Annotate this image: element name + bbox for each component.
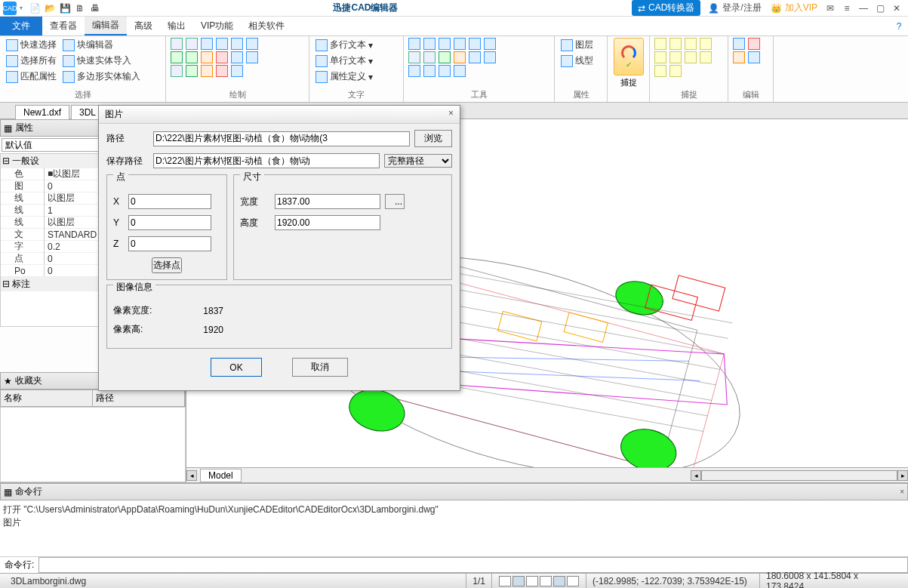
paste-icon[interactable] — [748, 51, 760, 63]
t15-icon[interactable] — [439, 65, 451, 77]
match-prop-button[interactable]: 匹配属性 — [5, 69, 58, 84]
t4-icon[interactable] — [454, 38, 466, 50]
osnap-toggle-icon[interactable] — [553, 576, 565, 586]
save-icon[interactable]: 💾 — [57, 2, 72, 14]
t9-icon[interactable] — [439, 51, 451, 63]
ellipse-icon[interactable] — [186, 51, 198, 63]
lwt-toggle-icon[interactable] — [567, 576, 579, 586]
path-input[interactable] — [153, 131, 410, 146]
favorites-list[interactable] — [0, 407, 186, 482]
xline-icon[interactable] — [171, 65, 183, 77]
cancel-button[interactable]: 取消 — [292, 358, 348, 377]
solid-import-button[interactable]: 快速实体导入 — [61, 54, 133, 68]
scroll-left-icon[interactable]: ◂ — [186, 470, 197, 481]
dialog-titlebar[interactable]: 图片× — [99, 106, 460, 124]
hscroll-left-icon[interactable]: ◂ — [691, 470, 701, 481]
table-icon[interactable] — [231, 65, 243, 77]
model-tab[interactable]: Model — [200, 469, 242, 482]
arc-icon[interactable] — [216, 38, 228, 50]
grid-toggle-icon[interactable] — [512, 576, 525, 586]
spline-icon[interactable] — [216, 51, 228, 63]
s3-icon[interactable] — [685, 38, 697, 50]
width-input[interactable] — [275, 194, 380, 209]
maximize-button[interactable]: ▢ — [872, 3, 888, 14]
feedback-icon[interactable]: ✉ — [822, 3, 839, 14]
print-icon[interactable]: 🖶 — [88, 2, 103, 14]
height-input[interactable] — [275, 215, 380, 230]
t8-icon[interactable] — [423, 51, 436, 63]
s1-icon[interactable] — [654, 38, 666, 50]
qat-dropdown-icon[interactable]: ▾ — [20, 5, 27, 11]
t3-icon[interactable] — [439, 38, 451, 50]
region-icon[interactable] — [246, 38, 258, 50]
x-input[interactable] — [128, 194, 211, 209]
t13-icon[interactable] — [408, 65, 420, 77]
poly-solid-button[interactable]: 多边形实体输入 — [61, 69, 142, 84]
copy-icon[interactable] — [733, 38, 745, 50]
saveas-icon[interactable]: 🗎 — [72, 2, 88, 14]
s10-icon[interactable] — [669, 65, 682, 77]
t2-icon[interactable] — [423, 38, 436, 50]
tab-related[interactable]: 相关软件 — [241, 17, 292, 35]
ok-button[interactable]: OK — [211, 358, 261, 377]
t16-icon[interactable] — [454, 65, 466, 77]
s4-icon[interactable] — [700, 38, 712, 50]
login-button[interactable]: 👤登录/注册 — [708, 2, 761, 14]
y-input[interactable] — [128, 215, 211, 230]
delete-icon[interactable] — [748, 38, 760, 50]
t10-icon[interactable] — [454, 51, 466, 63]
ltype-button[interactable]: 线型 — [559, 54, 602, 68]
t5-icon[interactable] — [469, 38, 481, 50]
new-icon[interactable]: 📄 — [27, 2, 42, 14]
layer-button[interactable]: 图层 — [559, 38, 602, 52]
stext-button[interactable]: 单行文本▾ — [314, 54, 399, 68]
t7-icon[interactable] — [408, 51, 420, 63]
t6-icon[interactable] — [484, 38, 496, 50]
open-icon[interactable]: 📂 — [42, 2, 57, 14]
s6-icon[interactable] — [669, 51, 682, 63]
polygon-icon[interactable] — [201, 51, 213, 63]
file-tab-new1[interactable]: New1.dxf — [15, 105, 69, 119]
command-log[interactable]: 打开 "C:\Users\Administrator\AppData\Roami… — [0, 500, 908, 556]
z-input[interactable] — [128, 236, 211, 251]
circle-icon[interactable] — [171, 51, 183, 63]
tab-viewer[interactable]: 查看器 — [42, 17, 85, 35]
panel-close-icon[interactable]: × — [900, 488, 904, 496]
point-icon[interactable] — [231, 51, 243, 63]
mtext-button[interactable]: 多行文本▾ — [314, 38, 399, 52]
cad-converter-button[interactable]: ⇄CAD转换器 — [632, 0, 700, 16]
s5-icon[interactable] — [654, 51, 666, 63]
ray-icon[interactable] — [246, 51, 258, 63]
tab-vip[interactable]: VIP功能 — [193, 17, 241, 35]
path-mode-select[interactable]: 完整路径 — [384, 154, 452, 168]
tab-output[interactable]: 输出 — [160, 17, 193, 35]
width-browse-button[interactable]: ... — [385, 194, 405, 209]
s9-icon[interactable] — [654, 65, 666, 77]
save-path-input[interactable] — [153, 153, 380, 168]
polar-toggle-icon[interactable] — [540, 576, 552, 586]
image-icon[interactable] — [216, 65, 228, 77]
t14-icon[interactable] — [423, 65, 436, 77]
snap-button[interactable]: ✔ — [614, 38, 644, 75]
t1-icon[interactable] — [408, 38, 420, 50]
s7-icon[interactable] — [685, 51, 697, 63]
shape-icon[interactable] — [231, 38, 243, 50]
vip-button[interactable]: 👑加入VIP — [771, 2, 817, 14]
tab-advanced[interactable]: 高级 — [127, 17, 160, 35]
line-icon[interactable] — [171, 38, 183, 50]
close-button[interactable]: ✕ — [888, 3, 905, 14]
ortho-toggle-icon[interactable] — [526, 576, 538, 586]
pline-icon[interactable] — [186, 38, 198, 50]
minimize-button[interactable]: — — [855, 3, 872, 14]
s2-icon[interactable] — [669, 38, 682, 50]
cut-icon[interactable] — [733, 51, 745, 63]
block-editor-button[interactable]: 块编辑器 — [61, 38, 115, 52]
boundary-icon[interactable] — [201, 65, 213, 77]
browse-button[interactable]: 浏览 — [414, 130, 452, 147]
file-menu-button[interactable]: 文件 — [0, 17, 42, 35]
attrdef-button[interactable]: 属性定义▾ — [314, 69, 399, 84]
t12-icon[interactable] — [484, 51, 496, 63]
rect-icon[interactable] — [201, 38, 213, 50]
s8-icon[interactable] — [700, 51, 712, 63]
select-all-button[interactable]: 选择所有 — [5, 54, 58, 68]
